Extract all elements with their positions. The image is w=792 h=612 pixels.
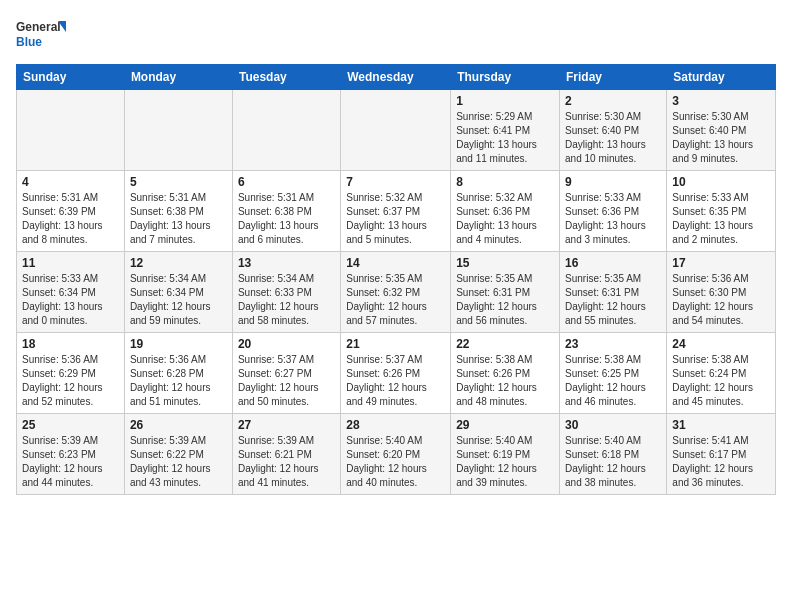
- day-number: 31: [672, 418, 770, 432]
- logo-svg: General Blue: [16, 16, 66, 56]
- calendar-cell: 5Sunrise: 5:31 AMSunset: 6:38 PMDaylight…: [124, 171, 232, 252]
- week-row-5: 25Sunrise: 5:39 AMSunset: 6:23 PMDayligh…: [17, 414, 776, 495]
- day-number: 20: [238, 337, 335, 351]
- day-info: Sunrise: 5:36 AMSunset: 6:29 PMDaylight:…: [22, 353, 119, 409]
- day-info: Sunrise: 5:40 AMSunset: 6:19 PMDaylight:…: [456, 434, 554, 490]
- day-number: 7: [346, 175, 445, 189]
- day-info: Sunrise: 5:41 AMSunset: 6:17 PMDaylight:…: [672, 434, 770, 490]
- day-info: Sunrise: 5:33 AMSunset: 6:36 PMDaylight:…: [565, 191, 661, 247]
- day-number: 10: [672, 175, 770, 189]
- calendar-cell: 10Sunrise: 5:33 AMSunset: 6:35 PMDayligh…: [667, 171, 776, 252]
- calendar-cell: 31Sunrise: 5:41 AMSunset: 6:17 PMDayligh…: [667, 414, 776, 495]
- calendar-cell: 26Sunrise: 5:39 AMSunset: 6:22 PMDayligh…: [124, 414, 232, 495]
- day-info: Sunrise: 5:29 AMSunset: 6:41 PMDaylight:…: [456, 110, 554, 166]
- day-header-friday: Friday: [560, 65, 667, 90]
- week-row-4: 18Sunrise: 5:36 AMSunset: 6:29 PMDayligh…: [17, 333, 776, 414]
- day-number: 24: [672, 337, 770, 351]
- day-number: 29: [456, 418, 554, 432]
- day-info: Sunrise: 5:39 AMSunset: 6:21 PMDaylight:…: [238, 434, 335, 490]
- day-number: 12: [130, 256, 227, 270]
- day-info: Sunrise: 5:33 AMSunset: 6:35 PMDaylight:…: [672, 191, 770, 247]
- calendar-cell: 14Sunrise: 5:35 AMSunset: 6:32 PMDayligh…: [341, 252, 451, 333]
- week-row-2: 4Sunrise: 5:31 AMSunset: 6:39 PMDaylight…: [17, 171, 776, 252]
- day-info: Sunrise: 5:40 AMSunset: 6:18 PMDaylight:…: [565, 434, 661, 490]
- calendar-cell: 11Sunrise: 5:33 AMSunset: 6:34 PMDayligh…: [17, 252, 125, 333]
- day-header-thursday: Thursday: [451, 65, 560, 90]
- day-number: 19: [130, 337, 227, 351]
- day-header-saturday: Saturday: [667, 65, 776, 90]
- day-number: 13: [238, 256, 335, 270]
- day-number: 1: [456, 94, 554, 108]
- day-number: 22: [456, 337, 554, 351]
- calendar-cell: 8Sunrise: 5:32 AMSunset: 6:36 PMDaylight…: [451, 171, 560, 252]
- calendar-cell: 13Sunrise: 5:34 AMSunset: 6:33 PMDayligh…: [232, 252, 340, 333]
- week-row-3: 11Sunrise: 5:33 AMSunset: 6:34 PMDayligh…: [17, 252, 776, 333]
- day-info: Sunrise: 5:32 AMSunset: 6:36 PMDaylight:…: [456, 191, 554, 247]
- logo: General Blue: [16, 16, 66, 56]
- calendar-cell: [124, 90, 232, 171]
- day-number: 28: [346, 418, 445, 432]
- svg-text:Blue: Blue: [16, 35, 42, 49]
- calendar-cell: 30Sunrise: 5:40 AMSunset: 6:18 PMDayligh…: [560, 414, 667, 495]
- day-number: 5: [130, 175, 227, 189]
- day-info: Sunrise: 5:35 AMSunset: 6:31 PMDaylight:…: [456, 272, 554, 328]
- day-number: 30: [565, 418, 661, 432]
- calendar-cell: 4Sunrise: 5:31 AMSunset: 6:39 PMDaylight…: [17, 171, 125, 252]
- day-info: Sunrise: 5:34 AMSunset: 6:33 PMDaylight:…: [238, 272, 335, 328]
- calendar-cell: 22Sunrise: 5:38 AMSunset: 6:26 PMDayligh…: [451, 333, 560, 414]
- day-info: Sunrise: 5:31 AMSunset: 6:38 PMDaylight:…: [130, 191, 227, 247]
- day-info: Sunrise: 5:35 AMSunset: 6:31 PMDaylight:…: [565, 272, 661, 328]
- day-info: Sunrise: 5:31 AMSunset: 6:39 PMDaylight:…: [22, 191, 119, 247]
- day-info: Sunrise: 5:36 AMSunset: 6:30 PMDaylight:…: [672, 272, 770, 328]
- calendar-cell: 29Sunrise: 5:40 AMSunset: 6:19 PMDayligh…: [451, 414, 560, 495]
- calendar-cell: 9Sunrise: 5:33 AMSunset: 6:36 PMDaylight…: [560, 171, 667, 252]
- day-info: Sunrise: 5:33 AMSunset: 6:34 PMDaylight:…: [22, 272, 119, 328]
- day-header-sunday: Sunday: [17, 65, 125, 90]
- calendar-cell: 1Sunrise: 5:29 AMSunset: 6:41 PMDaylight…: [451, 90, 560, 171]
- calendar-cell: 15Sunrise: 5:35 AMSunset: 6:31 PMDayligh…: [451, 252, 560, 333]
- day-info: Sunrise: 5:32 AMSunset: 6:37 PMDaylight:…: [346, 191, 445, 247]
- day-number: 18: [22, 337, 119, 351]
- day-number: 17: [672, 256, 770, 270]
- calendar-cell: 6Sunrise: 5:31 AMSunset: 6:38 PMDaylight…: [232, 171, 340, 252]
- day-number: 3: [672, 94, 770, 108]
- day-number: 9: [565, 175, 661, 189]
- day-number: 8: [456, 175, 554, 189]
- calendar-cell: 23Sunrise: 5:38 AMSunset: 6:25 PMDayligh…: [560, 333, 667, 414]
- calendar-cell: 19Sunrise: 5:36 AMSunset: 6:28 PMDayligh…: [124, 333, 232, 414]
- day-number: 27: [238, 418, 335, 432]
- calendar-cell: [341, 90, 451, 171]
- day-info: Sunrise: 5:39 AMSunset: 6:22 PMDaylight:…: [130, 434, 227, 490]
- week-row-1: 1Sunrise: 5:29 AMSunset: 6:41 PMDaylight…: [17, 90, 776, 171]
- day-number: 25: [22, 418, 119, 432]
- day-number: 14: [346, 256, 445, 270]
- day-header-wednesday: Wednesday: [341, 65, 451, 90]
- day-header-tuesday: Tuesday: [232, 65, 340, 90]
- calendar-cell: 25Sunrise: 5:39 AMSunset: 6:23 PMDayligh…: [17, 414, 125, 495]
- day-info: Sunrise: 5:35 AMSunset: 6:32 PMDaylight:…: [346, 272, 445, 328]
- calendar-cell: 2Sunrise: 5:30 AMSunset: 6:40 PMDaylight…: [560, 90, 667, 171]
- calendar-cell: [232, 90, 340, 171]
- day-number: 11: [22, 256, 119, 270]
- day-info: Sunrise: 5:36 AMSunset: 6:28 PMDaylight:…: [130, 353, 227, 409]
- day-info: Sunrise: 5:39 AMSunset: 6:23 PMDaylight:…: [22, 434, 119, 490]
- header: General Blue: [16, 16, 776, 56]
- calendar-cell: [17, 90, 125, 171]
- calendar-table: SundayMondayTuesdayWednesdayThursdayFrid…: [16, 64, 776, 495]
- day-info: Sunrise: 5:38 AMSunset: 6:26 PMDaylight:…: [456, 353, 554, 409]
- calendar-cell: 24Sunrise: 5:38 AMSunset: 6:24 PMDayligh…: [667, 333, 776, 414]
- day-info: Sunrise: 5:30 AMSunset: 6:40 PMDaylight:…: [672, 110, 770, 166]
- day-info: Sunrise: 5:40 AMSunset: 6:20 PMDaylight:…: [346, 434, 445, 490]
- calendar-cell: 17Sunrise: 5:36 AMSunset: 6:30 PMDayligh…: [667, 252, 776, 333]
- calendar-cell: 18Sunrise: 5:36 AMSunset: 6:29 PMDayligh…: [17, 333, 125, 414]
- header-row: SundayMondayTuesdayWednesdayThursdayFrid…: [17, 65, 776, 90]
- day-info: Sunrise: 5:38 AMSunset: 6:24 PMDaylight:…: [672, 353, 770, 409]
- day-number: 6: [238, 175, 335, 189]
- day-info: Sunrise: 5:30 AMSunset: 6:40 PMDaylight:…: [565, 110, 661, 166]
- day-number: 21: [346, 337, 445, 351]
- day-number: 26: [130, 418, 227, 432]
- calendar-cell: 3Sunrise: 5:30 AMSunset: 6:40 PMDaylight…: [667, 90, 776, 171]
- day-number: 23: [565, 337, 661, 351]
- calendar-cell: 21Sunrise: 5:37 AMSunset: 6:26 PMDayligh…: [341, 333, 451, 414]
- calendar-cell: 7Sunrise: 5:32 AMSunset: 6:37 PMDaylight…: [341, 171, 451, 252]
